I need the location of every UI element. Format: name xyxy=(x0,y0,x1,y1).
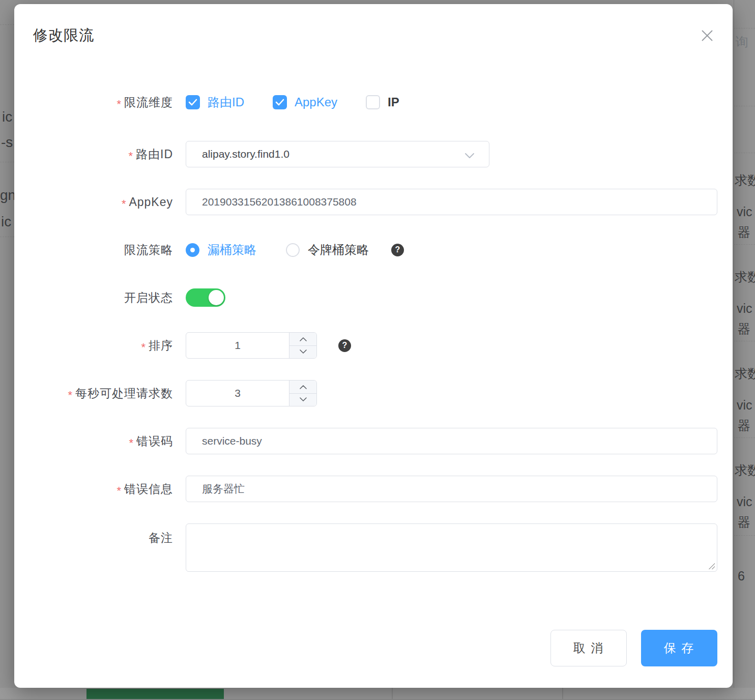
backdrop-text-fragment: ic xyxy=(1,214,11,230)
remark-row: 备注 xyxy=(14,523,717,572)
backdrop-text-fragment: vic xyxy=(737,494,752,509)
sort-number-input[interactable]: 1 xyxy=(186,332,317,359)
remark-label: 备注 xyxy=(14,523,173,546)
backdrop-text-fragment: 求数 xyxy=(735,172,755,189)
error-message-label: *错误信息 xyxy=(14,481,173,497)
qps-stepper xyxy=(289,381,316,406)
strategy-help-icon[interactable]: ? xyxy=(391,244,404,256)
appkey-input[interactable] xyxy=(186,189,717,215)
qps-row: *每秒可处理请求数 3 xyxy=(14,380,717,406)
status-row: 开启状态 xyxy=(14,284,717,311)
backdrop-row-line xyxy=(734,341,755,341)
checkbox-label: 路由ID xyxy=(208,94,244,110)
chevron-down-icon xyxy=(464,152,475,161)
radio-token-bucket[interactable]: 令牌桶策略 xyxy=(286,242,369,258)
backdrop-text-fragment: gn xyxy=(0,187,16,203)
save-button[interactable]: 保 存 xyxy=(641,630,717,666)
qps-label: *每秒可处理请求数 xyxy=(14,386,173,401)
checkbox-label: AppKey xyxy=(295,95,337,109)
backdrop-text-fragment: -s xyxy=(1,134,13,151)
route-id-row: *路由ID alipay.story.find1.0 xyxy=(14,141,717,167)
error-message-row: *错误信息 xyxy=(14,476,717,502)
cancel-button[interactable]: 取 消 xyxy=(550,630,627,666)
edit-rate-limit-modal: 修改限流 *限流维度 路由ID AppKey xyxy=(14,4,733,688)
backdrop-row-line xyxy=(0,24,14,25)
backdrop-column-divider xyxy=(392,688,393,700)
checkbox-checked-icon xyxy=(186,95,200,109)
backdrop-row-line xyxy=(734,535,755,536)
backdrop-text-fragment: 求数 xyxy=(735,365,755,382)
backdrop-text-fragment: 器 xyxy=(738,417,750,434)
route-id-selected-value: alipay.story.find1.0 xyxy=(202,148,289,160)
backdrop-text-fragment: vic xyxy=(737,205,752,219)
sort-stepper xyxy=(289,333,316,358)
checkbox-ip[interactable]: IP xyxy=(366,95,399,109)
appkey-label: *AppKey xyxy=(14,195,173,209)
backdrop-row-line xyxy=(734,438,755,438)
radio-label: 令牌桶策略 xyxy=(308,242,369,258)
route-id-label: *路由ID xyxy=(14,147,173,162)
remark-textarea[interactable] xyxy=(186,523,717,572)
checkbox-unchecked-icon xyxy=(366,95,380,109)
sort-label: *排序 xyxy=(14,338,173,354)
backdrop-row-line xyxy=(734,244,755,245)
decrease-button[interactable] xyxy=(289,346,316,359)
checkbox-checked-icon xyxy=(273,95,287,109)
backdrop-text-fragment: 器 xyxy=(738,224,750,241)
backdrop-green-bar xyxy=(86,689,224,700)
sort-value: 1 xyxy=(186,333,289,358)
backdrop-row-line xyxy=(734,106,755,106)
appkey-row: *AppKey xyxy=(14,189,717,215)
radio-label: 漏桶策略 xyxy=(208,242,256,258)
backdrop-text-fragment: ic xyxy=(2,109,12,125)
rate-limit-form: *限流维度 路由ID AppKey IP xyxy=(14,89,717,593)
backdrop-text-fragment: 询 xyxy=(736,34,748,50)
backdrop-row-line xyxy=(734,28,755,28)
checkbox-label: IP xyxy=(388,95,399,109)
status-label: 开启状态 xyxy=(14,290,173,306)
backdrop-column-divider xyxy=(562,688,563,700)
error-code-row: *错误码 xyxy=(14,428,717,454)
strategy-row: 限流策略 漏桶策略 令牌桶策略 ? xyxy=(14,237,717,263)
dimension-row: *限流维度 路由ID AppKey IP xyxy=(14,89,717,115)
checkbox-route-id[interactable]: 路由ID xyxy=(186,94,244,110)
backdrop-text-fragment: 器 xyxy=(738,514,750,531)
checkbox-appkey[interactable]: AppKey xyxy=(273,95,337,109)
increase-button[interactable] xyxy=(289,381,316,394)
sort-help-icon[interactable]: ? xyxy=(338,339,351,352)
modal-title: 修改限流 xyxy=(33,25,94,46)
backdrop-text-fragment: vic xyxy=(737,398,752,413)
radio-unselected-icon xyxy=(286,243,300,257)
route-id-select[interactable]: alipay.story.find1.0 xyxy=(186,141,489,167)
backdrop-row-line xyxy=(0,237,14,237)
toggle-knob xyxy=(209,290,224,305)
backdrop-text-fragment: 求数 xyxy=(735,269,755,285)
strategy-label: 限流策略 xyxy=(14,242,173,258)
radio-leaky-bucket[interactable]: 漏桶策略 xyxy=(186,242,256,258)
close-icon[interactable] xyxy=(699,27,715,44)
increase-button[interactable] xyxy=(289,333,316,346)
dimension-label: *限流维度 xyxy=(14,95,173,110)
qps-number-input[interactable]: 3 xyxy=(186,380,317,406)
error-code-label: *错误码 xyxy=(14,433,173,449)
backdrop-text-fragment: 求数 xyxy=(735,462,755,479)
backdrop-text-fragment: 器 xyxy=(738,320,750,337)
error-code-input[interactable] xyxy=(186,428,717,454)
error-message-input[interactable] xyxy=(186,476,717,502)
modal-footer: 取 消 保 存 xyxy=(550,630,717,666)
backdrop-text-fragment: 6 xyxy=(738,569,745,584)
qps-value: 3 xyxy=(186,381,289,406)
status-toggle[interactable] xyxy=(186,288,225,307)
backdrop-text-fragment: vic xyxy=(737,301,752,316)
radio-selected-icon xyxy=(186,243,199,257)
backdrop-row-line xyxy=(734,153,755,153)
backdrop-table-border xyxy=(734,0,734,688)
decrease-button[interactable] xyxy=(289,394,316,406)
sort-row: *排序 1 ? xyxy=(14,332,717,359)
backdrop-row-line xyxy=(0,162,14,162)
